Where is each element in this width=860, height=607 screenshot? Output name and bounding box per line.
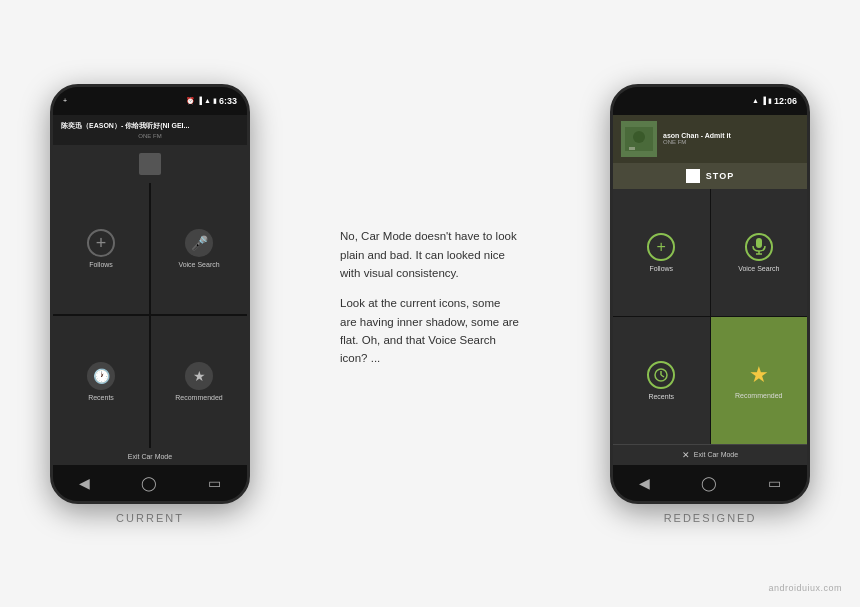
redesigned-status-icons: ▲ ▐ ▮ 12:06 <box>752 96 797 106</box>
current-recommended-label: Recommended <box>175 394 222 401</box>
redesigned-label: REDESIGNED <box>664 512 757 524</box>
redesigned-recents-label: Recents <box>648 393 674 400</box>
redesigned-station: ONE FM <box>663 139 799 145</box>
redesigned-stop-label: STOP <box>706 171 734 181</box>
redesigned-stop-area[interactable]: STOP <box>613 163 807 189</box>
redesigned-grid: + Follows Voice Search <box>613 189 807 444</box>
album-art <box>621 121 657 157</box>
current-home-btn[interactable]: ◯ <box>141 475 157 491</box>
redesigned-follows-cell[interactable]: + Follows <box>613 189 710 316</box>
current-stop-area[interactable] <box>53 145 247 183</box>
current-signal-icon: ▐ <box>197 97 202 104</box>
redesigned-recents-cell[interactable]: Recents <box>613 317 710 444</box>
redesigned-home-btn[interactable]: ◯ <box>701 475 717 491</box>
redesigned-follows-icon: + <box>647 233 675 261</box>
current-grid: + Follows 🎤 Voice Search 🕐 Recents <box>53 183 247 448</box>
current-phone: + ⏰ ▐ ▲ ▮ 6:33 陈奕迅（EASON）- 你给我听好(NI GEI.… <box>50 84 250 504</box>
current-recommended-cell[interactable]: ★ Recommended <box>151 316 247 448</box>
current-recents-btn[interactable]: ▭ <box>208 475 221 491</box>
current-time: 6:33 <box>219 96 237 106</box>
current-stop-square <box>139 153 161 175</box>
current-voicesearch-cell[interactable]: 🎤 Voice Search <box>151 183 247 315</box>
current-follows-icon: + <box>87 229 115 257</box>
redesigned-time: 12:06 <box>774 96 797 106</box>
current-alarm-icon: ⏰ <box>186 97 195 105</box>
redesigned-song-title: ason Chan - Admit it <box>663 132 799 139</box>
exit-x-icon: ✕ <box>682 450 690 460</box>
current-song-title: 陈奕迅（EASON）- 你给我听好(NI GEI... <box>61 121 239 131</box>
current-follows-label: Follows <box>89 261 113 268</box>
mic-icon: 🎤 <box>191 235 208 251</box>
redesigned-header: ason Chan - Admit it ONE FM <box>613 115 807 163</box>
redesigned-wifi-icon: ▲ <box>752 97 759 104</box>
redesigned-mic-icon <box>745 233 773 261</box>
redesigned-recommended-cell[interactable]: ★ Recommended <box>711 317 808 444</box>
redesigned-recents-btn[interactable]: ▭ <box>768 475 781 491</box>
watermark: androiduiux.com <box>768 583 842 593</box>
current-exit-car-mode[interactable]: Exit Car Mode <box>53 448 247 465</box>
redesigned-voicesearch-cell[interactable]: Voice Search <box>711 189 808 316</box>
redesigned-nav-bar: ◀ ◯ ▭ <box>613 465 807 501</box>
svg-rect-4 <box>756 238 762 248</box>
redesigned-clock-icon <box>647 361 675 389</box>
album-info: ason Chan - Admit it ONE FM <box>663 132 799 145</box>
redesigned-battery-icon: ▮ <box>768 97 772 105</box>
current-recommended-icon-bg: ★ <box>185 362 213 390</box>
redesigned-stop-square <box>686 169 700 183</box>
current-song-bar: 陈奕迅（EASON）- 你给我听好(NI GEI... ONE FM <box>53 115 247 145</box>
redesigned-back-btn[interactable]: ◀ <box>639 475 650 491</box>
clock-icon: 🕐 <box>93 368 110 384</box>
current-recents-icon-bg: 🕐 <box>87 362 115 390</box>
current-recents-cell[interactable]: 🕐 Recents <box>53 316 149 448</box>
current-status-icons: ⏰ ▐ ▲ ▮ 6:33 <box>186 96 237 106</box>
star-icon: ★ <box>193 368 206 384</box>
description-text: No, Car Mode doesn't have to look plain … <box>330 217 530 390</box>
current-charging-icon: + <box>63 97 67 104</box>
current-phone-wrapper: + ⏰ ▐ ▲ ▮ 6:33 陈奕迅（EASON）- 你给我听好(NI GEI.… <box>50 84 250 524</box>
redesigned-phone: ▲ ▐ ▮ 12:06 <box>610 84 810 504</box>
page-container: + ⏰ ▐ ▲ ▮ 6:33 陈奕迅（EASON）- 你给我听好(NI GEI.… <box>0 0 860 607</box>
redesigned-exit-car-mode[interactable]: ✕ Exit Car Mode <box>613 444 807 465</box>
clock-svg <box>653 367 669 383</box>
redesigned-voicesearch-label: Voice Search <box>738 265 779 272</box>
description-para2: Look at the current icons, some are havi… <box>340 294 520 368</box>
redesigned-phone-wrapper: ▲ ▐ ▮ 12:06 <box>610 84 810 524</box>
current-station: ONE FM <box>61 133 239 139</box>
current-voicesearch-label: Voice Search <box>178 261 219 268</box>
album-thumbnail <box>621 121 657 157</box>
description-para1: No, Car Mode doesn't have to look plain … <box>340 227 520 282</box>
current-recents-label: Recents <box>88 394 114 401</box>
current-wifi-icon: ▲ <box>204 97 211 104</box>
current-label: CURRENT <box>116 512 184 524</box>
redesigned-status-bar: ▲ ▐ ▮ 12:06 <box>613 87 807 115</box>
current-follows-cell[interactable]: + Follows <box>53 183 149 315</box>
svg-point-2 <box>633 131 645 143</box>
svg-line-9 <box>661 375 664 377</box>
redesigned-recommended-label: Recommended <box>735 392 782 399</box>
current-back-btn[interactable]: ◀ <box>79 475 90 491</box>
redesigned-follows-label: Follows <box>649 265 673 272</box>
svg-rect-3 <box>629 147 635 150</box>
redesigned-star-icon: ★ <box>749 362 769 388</box>
current-voicesearch-icon-bg: 🎤 <box>185 229 213 257</box>
album-art-svg <box>621 121 657 157</box>
mic-svg <box>752 238 766 256</box>
plus-icon: + <box>96 234 107 252</box>
current-status-bar: + ⏰ ▐ ▲ ▮ 6:33 <box>53 87 247 115</box>
current-battery-icon: ▮ <box>213 97 217 105</box>
redesigned-signal-icon: ▐ <box>761 97 766 104</box>
current-nav-bar: ◀ ◯ ▭ <box>53 465 247 501</box>
plus-redesigned-icon: + <box>657 238 666 256</box>
